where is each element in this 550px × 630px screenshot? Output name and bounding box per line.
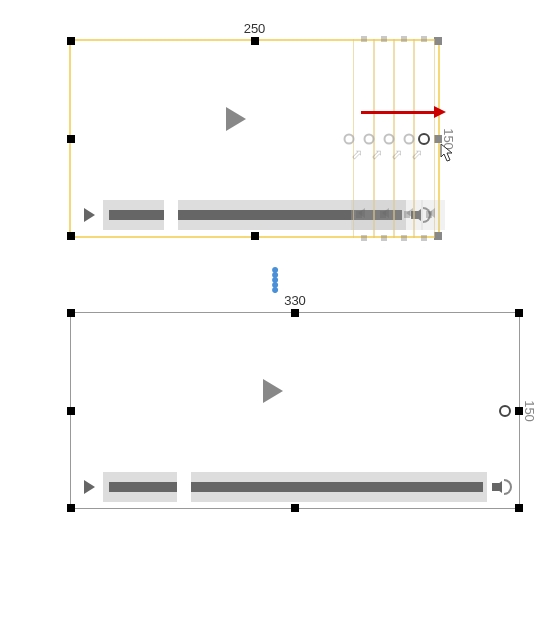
resize-handle-middle-right[interactable] — [434, 135, 442, 143]
resize-handle-top-left[interactable] — [67, 309, 75, 317]
anchor-ring — [499, 405, 511, 417]
media-controls — [75, 472, 515, 502]
resize-handle-top-center[interactable] — [291, 309, 299, 317]
resize-handle-top-right[interactable] — [515, 309, 523, 317]
ghost-volume — [421, 200, 445, 230]
ghost-cursor: ⬀ — [351, 146, 363, 162]
ghost-cursor: ⬀ — [371, 146, 383, 162]
resize-handle-bottom-right[interactable] — [515, 504, 523, 512]
progress-bar[interactable] — [109, 482, 483, 492]
ghost-volume — [351, 200, 375, 230]
play-button[interactable] — [75, 200, 105, 230]
resize-handle-bottom-left[interactable] — [67, 504, 75, 512]
play-icon — [226, 107, 246, 131]
ghost-volume — [375, 200, 399, 230]
ghost-volume — [399, 200, 423, 230]
ghost-handle — [344, 133, 355, 144]
resize-handle-bottom-left[interactable] — [67, 232, 75, 240]
ghost-handle — [404, 133, 415, 144]
resize-handle-bottom-center[interactable] — [251, 232, 259, 240]
resize-handle-middle-left[interactable] — [67, 135, 75, 143]
drag-arrow-icon — [361, 111, 436, 114]
play-button[interactable] — [75, 472, 105, 502]
resize-handle-bottom-center[interactable] — [291, 504, 299, 512]
ghost-handle — [384, 133, 395, 144]
play-icon — [263, 379, 283, 403]
ghost-cursor: ⬀ — [391, 146, 403, 162]
width-dimension-label: 330 — [284, 293, 306, 308]
progress-thumb[interactable] — [164, 200, 178, 230]
width-dimension-label: 250 — [244, 21, 266, 36]
height-dimension-label: 150 — [442, 128, 457, 150]
volume-icon — [504, 479, 512, 495]
resize-handle-middle-left[interactable] — [67, 407, 75, 415]
media-widget-before: 250 150 ⬀ ⬀ ⬀ ⬀ — [70, 40, 439, 237]
height-dimension-label: 150 — [523, 400, 538, 422]
media-widget-after: 330 150 — [70, 312, 520, 509]
ghost-cursor: ⬀ — [411, 146, 423, 162]
resize-handle-bottom-right[interactable] — [434, 232, 442, 240]
continuation-dots-icon: ••••• — [20, 267, 530, 292]
resize-handle-top-right[interactable] — [434, 37, 442, 45]
ghost-handle — [364, 133, 375, 144]
volume-button[interactable] — [487, 472, 515, 502]
resize-handle-middle-right[interactable] — [515, 407, 523, 415]
resize-handle-top-left[interactable] — [67, 37, 75, 45]
progress-thumb[interactable] — [177, 472, 191, 502]
resize-handle-top-center[interactable] — [251, 37, 259, 45]
